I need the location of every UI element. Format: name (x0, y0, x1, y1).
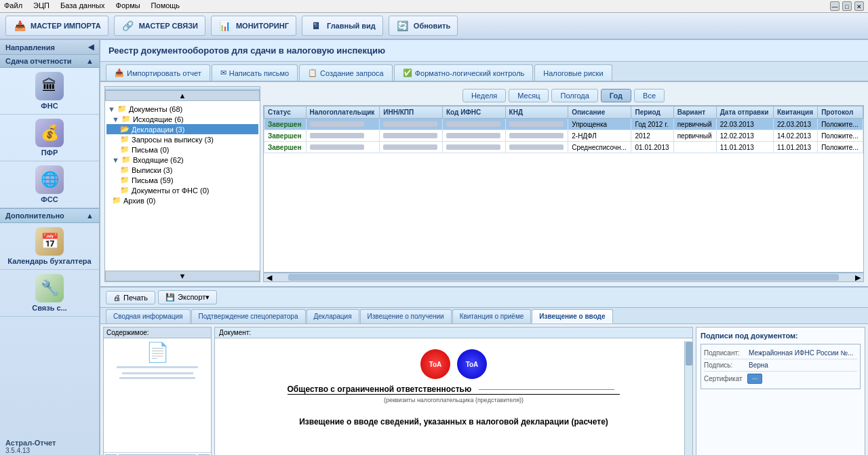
cert-view-button[interactable]: ··· (747, 374, 762, 384)
menu-database[interactable]: База данных (60, 1, 105, 11)
fss-icon: 🌐 (35, 165, 64, 194)
action-tab-format-check[interactable]: ✅ Форматно-логический контроль (394, 64, 534, 81)
main-view-button[interactable]: 🖥 Главный вид (302, 16, 383, 36)
table-row[interactable]: Завершен2-НДФЛ2012первичный12.02.201314.… (264, 130, 863, 142)
preview-icon: 📄 (146, 341, 170, 363)
pfr-icon: 💰 (35, 119, 64, 147)
bottom-content: Содержимое: 📄 ◀ ▶ Документ: (100, 324, 868, 455)
import-tab-icon: 📥 (115, 68, 124, 77)
folder-icon: 📁 (121, 155, 131, 164)
tree-node-incoming[interactable]: ▼ 📁 Входящие (62) (106, 155, 258, 165)
monitoring-icon: 📊 (218, 19, 232, 33)
doc-scroll-thumb (686, 342, 692, 365)
menu-file[interactable]: Файл (4, 1, 22, 11)
close-button[interactable]: ✕ (854, 1, 864, 11)
tree-node-letters-in[interactable]: 📁 Письма (59) (106, 175, 258, 185)
tree-node-letters-out[interactable]: 📁 Письма (0) (106, 144, 258, 155)
col-taxpayer: Налогоплательщик (306, 106, 380, 119)
sidebar-item-fns[interactable]: 🏛 ФНС (0, 68, 99, 115)
tree-node-documents[interactable]: ▼ 📁 Документы (68) (106, 104, 258, 114)
filter-year-button[interactable]: Год (601, 89, 631, 102)
filter-week-button[interactable]: Неделя (462, 89, 506, 102)
refresh-icon: 🔄 (396, 19, 410, 33)
col-inn: ИНН/КПП (380, 106, 443, 119)
action-tab-tax-risk[interactable]: Налоговые риски (534, 64, 612, 81)
sidebar-section-expand-icon[interactable]: ▲ (86, 57, 94, 65)
tab-summary[interactable]: Сводная информация (106, 309, 191, 323)
tab-operator-confirm[interactable]: Подтверждение спецоператора (191, 309, 306, 323)
col-knd: КНД (505, 106, 568, 119)
table-row[interactable]: ЗавершенУпрощенкаГод 2012 г.первичный22.… (264, 119, 863, 130)
tab-declaration[interactable]: Декларация (307, 309, 359, 323)
tree-scroll-up[interactable]: ▲ (105, 90, 260, 101)
monitoring-button[interactable]: 📊 МОНИТОРИНГ (211, 16, 296, 36)
action-tab-request[interactable]: 📋 Создание запроса (299, 64, 393, 81)
sidebar-item-pfr[interactable]: 💰 ПФР (0, 115, 99, 161)
scroll-left-btn[interactable]: ◀ (264, 273, 275, 282)
tree-node-extracts[interactable]: 📁 Выписки (3) (106, 165, 258, 175)
tree-node-declarations[interactable]: 📂 Декларации (3) (106, 124, 258, 134)
doc-requisites: (реквизиты налогоплательщика (представит… (229, 397, 679, 403)
sidebar-item-fss[interactable]: 🌐 ФСС (0, 161, 99, 208)
menu-ecp[interactable]: ЭЦП (33, 1, 50, 11)
master-import-button[interactable]: 📥 МАСТЕР ИМПОРТА (5, 16, 108, 36)
main-view-icon: 🖥 (309, 19, 323, 33)
tree-node-outgoing[interactable]: ▼ 📁 Исходящие (6) (106, 114, 258, 124)
doc-content-inner: ToA ToA Общество с ограниченной ответств… (215, 338, 692, 455)
master-import-label: МАСТЕР ИМПОРТА (31, 22, 101, 30)
signatures-title: Подписи под документом: (701, 332, 861, 340)
sidebar-item-connection[interactable]: 🔧 Связь с... (0, 270, 99, 317)
tree-node-archive[interactable]: 📁 Архив (0) (106, 195, 258, 205)
action-tab-letter[interactable]: ✉ Написать письмо (212, 64, 298, 81)
master-connection-button[interactable]: 🔗 МАСТЕР СВЯЗИ (114, 16, 205, 36)
sidebar-extra-expand-icon[interactable]: ▲ (86, 212, 94, 220)
filter-all-button[interactable]: Все (634, 89, 665, 102)
import-icon: 📥 (13, 19, 26, 33)
sidebar-collapse-button[interactable]: ◀ (88, 43, 94, 52)
minimize-button[interactable]: — (830, 1, 840, 11)
filter-halfyear-button[interactable]: Полгода (551, 89, 597, 102)
sig-signature-value: Верна (749, 361, 768, 369)
table-area: Неделя Месяц Полгода Год Все Статус Нало… (263, 86, 864, 282)
doc-logo: ToA ToA (229, 349, 679, 379)
tree-scroll-down[interactable]: ▼ (105, 271, 260, 281)
tab-receipt-notification[interactable]: Извещение о получении (360, 309, 452, 323)
doc-scrollbar[interactable] (684, 341, 692, 455)
main-toolbar: 📥 МАСТЕР ИМПОРТА 🔗 МАСТЕР СВЯЗИ 📊 МОНИТО… (0, 13, 868, 40)
page-title: Реестр документооборотов для сдачи в нал… (100, 40, 868, 62)
tree-content: ▼ 📁 Документы (68) ▼ 📁 Исходящие (6) 📂 Д… (105, 101, 260, 271)
menu-forms[interactable]: Формы (116, 1, 140, 11)
document-area: ▲ ▼ 📁 Документы (68) ▼ 📁 Исходящие (6) 📂 (100, 82, 868, 286)
col-status: Статус (264, 106, 307, 119)
logo-blue: ToA (457, 349, 487, 379)
tree-node-docs-from-fns[interactable]: 📁 Документы от ФНС (0) (106, 185, 258, 195)
content-area: Реестр документооборотов для сдачи в нал… (100, 40, 868, 455)
menu-help[interactable]: Помощь (151, 1, 180, 11)
table-row[interactable]: ЗавершенСреднесписочн...01.01.201311.01.… (264, 142, 863, 153)
scroll-right-btn[interactable]: ▶ (852, 273, 863, 282)
fns-icon: 🏛 (35, 72, 64, 100)
tab-receipt[interactable]: Квитанция о приёме (452, 309, 532, 323)
print-button[interactable]: 🖨 Печать (106, 291, 155, 304)
refresh-button[interactable]: 🔄 Обновить (389, 16, 458, 36)
tree-node-requests[interactable]: 📁 Запросы на выписку (3) (106, 134, 258, 144)
restore-button[interactable]: □ (842, 1, 852, 11)
export-button[interactable]: 💾 Экспорт▾ (158, 290, 217, 304)
doc-title: Извещение о вводе сведений, указанных в … (229, 417, 679, 427)
bottom-toolbar: 🖨 Печать 💾 Экспорт▾ (100, 288, 868, 308)
logo-red: ToA (420, 349, 450, 379)
tree-panel: ▲ ▼ 📁 Документы (68) ▼ 📁 Исходящие (6) 📂 (104, 86, 260, 282)
request-tab-icon: 📋 (308, 68, 317, 77)
table-scroll-bar[interactable]: ◀ ▶ (263, 273, 864, 282)
sig-row-signature: Подпись: Верна (704, 359, 857, 372)
preview-line (117, 366, 198, 368)
menu-bar: Файл ЭЦП База данных Формы Помощь — □ ✕ (0, 0, 868, 13)
sidebar-item-calendar[interactable]: 📅 Календарь бухгалтера (0, 223, 99, 270)
folder-icon: 📁 (112, 196, 121, 205)
action-tab-import[interactable]: 📥 Импортировать отчет (106, 64, 210, 81)
col-period: Период (631, 106, 673, 119)
filter-month-button[interactable]: Месяц (509, 89, 549, 102)
col-receipt: Квитанция (773, 106, 817, 119)
doc-preview-panel: Содержимое: 📄 ◀ ▶ (103, 327, 212, 455)
tab-entry-notification[interactable]: Извещение о вводе (532, 309, 612, 323)
